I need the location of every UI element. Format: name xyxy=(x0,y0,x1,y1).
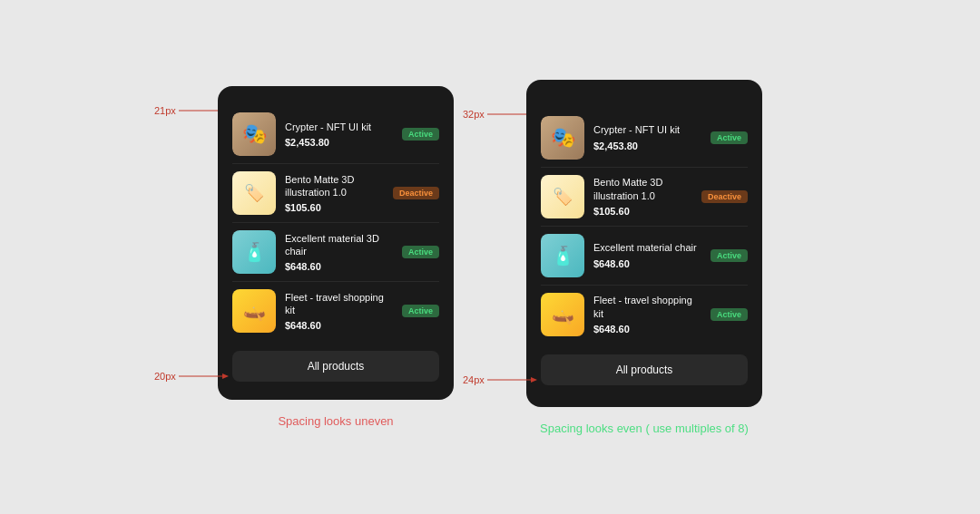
product-info: Bento Matte 3D illustration 1.0 $105.60 xyxy=(593,176,692,217)
product-info: Fleet - travel shopping kit $648.60 xyxy=(285,291,393,332)
left-label: Spacing looks uneven xyxy=(278,414,393,428)
product-meta: Active xyxy=(710,131,748,144)
product-info: Crypter - NFT UI kit $2,453.80 xyxy=(593,123,701,150)
status-badge: Active xyxy=(402,246,439,258)
product-item[interactable]: Crypter - NFT UI kit $2,453.80 Active xyxy=(232,105,439,164)
product-thumbnail xyxy=(232,289,276,333)
product-item[interactable]: Excellent material 3D chair $648.60 Acti… xyxy=(232,223,439,282)
product-price: $105.60 xyxy=(593,206,692,217)
product-meta: Deactive xyxy=(393,187,439,199)
product-name: Crypter - NFT UI kit xyxy=(593,123,701,136)
product-price: $648.60 xyxy=(593,258,701,269)
left-product-list: Crypter - NFT UI kit $2,453.80 Active Be… xyxy=(232,105,439,340)
product-thumbnail xyxy=(232,230,276,274)
product-info: Crypter - NFT UI kit $2,453.80 xyxy=(285,121,393,148)
product-item[interactable]: Bento Matte 3D illustration 1.0 $105.60 … xyxy=(541,168,748,227)
product-meta: Active xyxy=(710,308,748,321)
product-price: $648.60 xyxy=(285,261,393,272)
left-card: Crypter - NFT UI kit $2,453.80 Active Be… xyxy=(218,86,454,400)
product-name: Fleet - travel shopping kit xyxy=(593,294,701,320)
svg-marker-3 xyxy=(222,373,229,379)
arrow-right-icon-2 xyxy=(179,373,229,380)
right-all-products-button[interactable]: All products xyxy=(541,354,748,385)
arrow-right-icon-4 xyxy=(487,376,537,383)
product-thumbnail xyxy=(541,175,584,218)
right-bottom-annotation: 24px xyxy=(463,374,537,385)
product-thumbnail xyxy=(541,234,584,277)
status-badge: Active xyxy=(402,305,439,317)
product-meta: Active xyxy=(402,128,439,141)
product-price: $105.60 xyxy=(285,202,384,213)
product-name: Bento Matte 3D illustration 1.0 xyxy=(593,176,692,202)
left-panel-section: 21px Crypter - NFT UI kit $2,453.80 Acti… xyxy=(218,86,454,428)
product-info: Excellent material 3D chair $648.60 xyxy=(285,232,393,273)
right-label: Spacing looks even ( use multiples of 8) xyxy=(540,422,749,435)
product-thumbnail xyxy=(232,171,276,215)
status-badge: Active xyxy=(402,128,439,141)
product-meta: Active xyxy=(402,246,439,258)
product-name: Fleet - travel shopping kit xyxy=(285,291,393,317)
product-meta: Active xyxy=(710,249,748,262)
product-thumbnail xyxy=(541,116,584,160)
status-badge: Deactive xyxy=(701,190,748,203)
product-info: Bento Matte 3D illustration 1.0 $105.60 xyxy=(285,173,384,214)
product-meta: Active xyxy=(402,305,439,317)
product-item[interactable]: Fleet - travel shopping kit $648.60 Acti… xyxy=(541,286,748,344)
product-price: $2,453.80 xyxy=(285,137,393,148)
right-card: Crypter - NFT UI kit $2,453.80 Active Be… xyxy=(526,80,762,407)
product-price: $648.60 xyxy=(593,324,701,335)
status-badge: Deactive xyxy=(393,187,439,199)
product-item[interactable]: Crypter - NFT UI kit $2,453.80 Active xyxy=(541,109,748,168)
product-item[interactable]: Excellent material chair $648.60 Active xyxy=(541,227,748,286)
product-info: Excellent material chair $648.60 xyxy=(593,241,701,268)
left-bottom-annotation: 20px xyxy=(154,371,229,382)
left-all-products-button[interactable]: All products xyxy=(232,351,439,382)
product-name: Excellent material 3D chair xyxy=(285,232,393,258)
status-badge: Active xyxy=(710,308,748,321)
product-item[interactable]: Fleet - travel shopping kit $648.60 Acti… xyxy=(232,282,439,340)
right-product-list: Crypter - NFT UI kit $2,453.80 Active Be… xyxy=(541,109,748,344)
product-thumbnail xyxy=(541,293,584,336)
product-price: $2,453.80 xyxy=(593,141,701,151)
svg-marker-7 xyxy=(531,377,537,383)
product-price: $648.60 xyxy=(285,320,393,331)
product-info: Fleet - travel shopping kit $648.60 xyxy=(593,294,701,335)
product-item[interactable]: Bento Matte 3D illustration 1.0 $105.60 … xyxy=(232,164,439,223)
product-meta: Deactive xyxy=(701,190,748,203)
status-badge: Active xyxy=(710,131,748,144)
product-name: Excellent material chair xyxy=(593,241,701,254)
right-panel-section: 32px Crypter - NFT UI kit $2,453.80 Acti… xyxy=(526,80,762,435)
status-badge: Active xyxy=(710,249,748,262)
product-name: Crypter - NFT UI kit xyxy=(285,121,393,133)
product-thumbnail xyxy=(232,112,276,156)
product-name: Bento Matte 3D illustration 1.0 xyxy=(285,173,384,199)
